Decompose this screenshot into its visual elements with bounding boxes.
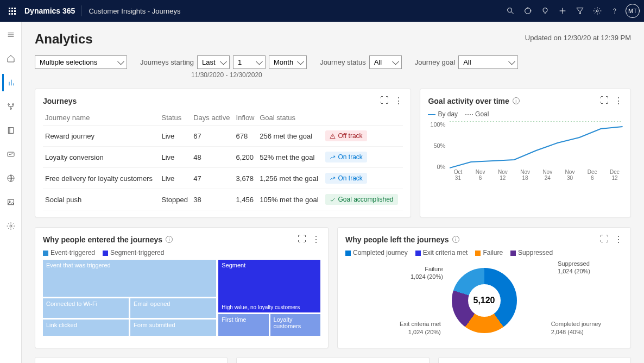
table-header: Days active — [191, 110, 233, 126]
svg-point-2 — [525, 8, 531, 14]
table-cell: 678 — [234, 126, 258, 147]
settings-icon[interactable] — [2, 217, 20, 235]
selection-dropdown[interactable]: Multiple selections — [35, 55, 127, 69]
treemap-cell[interactable]: Segment High value, no loyalty customers — [218, 260, 320, 312]
expand-icon[interactable]: ⛶ — [600, 96, 609, 106]
info-icon[interactable]: i — [513, 97, 520, 104]
treemap-cell[interactable]: Event that was triggered — [43, 260, 216, 297]
status-badge: On track — [325, 173, 367, 184]
card-title: Why people entered the journeys — [43, 235, 162, 244]
table-header: Goal status — [257, 110, 323, 126]
more-icon[interactable]: ⋮ — [312, 234, 320, 245]
status-badge: Goal accomplished — [325, 194, 397, 205]
table-cell: 52% met the goal — [257, 147, 323, 168]
treemap-cell[interactable]: Email opened — [130, 298, 216, 318]
treemap-cell[interactable]: First time — [218, 314, 268, 336]
table-header: Status — [159, 110, 191, 126]
gear-icon[interactable] — [589, 2, 606, 20]
app-launcher-icon[interactable] — [4, 3, 20, 19]
brand-label: Dynamics 365 — [24, 7, 75, 15]
journeys-icon[interactable] — [2, 98, 20, 115]
table-row[interactable]: Social pushStopped381,456105% met the go… — [43, 189, 403, 210]
donut-legend: Completed journey Exit criteria met Fail… — [345, 249, 623, 256]
performing-card: Performing well i ⛶⋮ — [35, 357, 228, 363]
target-icon[interactable] — [519, 2, 536, 20]
library-icon[interactable] — [2, 122, 20, 139]
goal-activity-card: Goal activity over time i ⛶ ⋮ By day Goa… — [420, 89, 631, 217]
table-cell: Free delivery for loyalty customers — [43, 168, 159, 189]
search-icon[interactable] — [502, 2, 519, 20]
table-cell: 1,456 — [234, 189, 258, 210]
treemap-cell[interactable]: Connected to Wi-Fi — [43, 298, 129, 318]
treemap-cell[interactable]: Loyalty customers — [270, 314, 320, 336]
table-cell: 38 — [191, 189, 233, 210]
lightbulb-icon[interactable] — [536, 2, 554, 20]
home-icon[interactable] — [2, 50, 20, 67]
info-icon[interactable]: i — [452, 236, 459, 243]
image-icon[interactable] — [2, 193, 20, 211]
expand-icon[interactable]: ⛶ — [380, 96, 389, 106]
table-cell: 105% met the goal — [257, 189, 323, 210]
globe-icon[interactable] — [2, 170, 20, 187]
info-icon[interactable]: i — [166, 236, 173, 243]
filter-icon[interactable] — [571, 2, 589, 20]
avatar[interactable]: MT — [626, 4, 640, 18]
legend-byday: By day — [438, 110, 458, 118]
starting-mode-dropdown[interactable]: Last — [197, 55, 230, 69]
siderail — [0, 22, 22, 363]
status-label: Journey status — [320, 58, 366, 66]
chart-legend: By day Goal — [428, 110, 623, 118]
add-icon[interactable] — [554, 2, 571, 20]
x-tick: Nov18 — [517, 169, 533, 181]
menu-icon[interactable] — [2, 26, 20, 43]
message-icon[interactable] — [2, 146, 20, 163]
starting-count-dropdown[interactable]: 1 — [233, 55, 266, 69]
entered-card: Why people entered the journeys i ⛶ ⋮ Ev… — [35, 227, 329, 348]
goal-dropdown[interactable]: All — [458, 55, 518, 69]
table-cell: 3,678 — [234, 168, 258, 189]
date-range-label: 11/30/2020 - 12/30/2020 — [191, 71, 307, 79]
treemap-cell-label: Segment — [222, 262, 245, 268]
treemap-legend: Event-triggered Segment-triggered — [43, 249, 320, 256]
svg-point-19 — [12, 104, 14, 105]
friction-card: Friction points ⛶⋮ — [236, 357, 429, 363]
starting-label: Journeys starting — [140, 58, 194, 66]
table-cell: 67 — [191, 126, 233, 147]
svg-marker-9 — [577, 8, 583, 14]
svg-line-1 — [512, 12, 514, 14]
more-icon[interactable]: ⋮ — [394, 96, 403, 106]
svg-point-10 — [596, 10, 598, 12]
starting-period-dropdown[interactable]: Month — [269, 55, 307, 69]
status-dropdown[interactable]: All — [369, 55, 402, 69]
left-card: Why people left the journeys i ⛶ ⋮ Compl… — [337, 227, 631, 348]
treemap-cell[interactable]: Form submitted — [130, 320, 216, 336]
x-tick: Dec12 — [607, 169, 623, 181]
app-name-label: Customer Insights - Journeys — [89, 7, 180, 15]
table-cell: Live — [159, 147, 191, 168]
treemap-cell[interactable]: Link clicked — [43, 320, 129, 336]
table-row[interactable]: Free delivery for loyalty customersLive4… — [43, 168, 403, 189]
table-cell: Reward journey — [43, 126, 159, 147]
table-cell: On track — [323, 147, 403, 168]
help-icon[interactable] — [606, 2, 623, 20]
table-row[interactable]: Reward journeyLive67678256 met the goalO… — [43, 126, 403, 147]
more-icon[interactable]: ⋮ — [614, 234, 623, 245]
more-icon[interactable]: ⋮ — [614, 96, 623, 106]
expand-icon[interactable]: ⛶ — [298, 234, 306, 245]
legend-suppressed: Suppressed — [518, 249, 553, 256]
table-cell: On track — [323, 168, 403, 189]
updated-label: Updated on 12/30/20 at 12:39 PM — [525, 34, 631, 42]
table-cell: Live — [159, 168, 191, 189]
svg-rect-21 — [8, 128, 13, 134]
svg-point-27 — [10, 225, 12, 227]
donut-label-exit: Exit criteria met 1,024 (20%) — [400, 320, 441, 336]
table-cell: Loyalty conversion — [43, 147, 159, 168]
x-tick: Dec6 — [584, 169, 601, 181]
expand-icon[interactable]: ⛶ — [600, 234, 609, 245]
svg-point-20 — [10, 108, 11, 110]
analytics-icon[interactable] — [2, 74, 20, 91]
legend-completed: Completed journey — [353, 249, 408, 256]
donut-label-completed: Completed journey 2,048 (40%) — [551, 320, 601, 336]
table-row[interactable]: Loyalty conversionLive486,20052% met the… — [43, 147, 403, 168]
legend-failure: Failure — [483, 249, 503, 256]
